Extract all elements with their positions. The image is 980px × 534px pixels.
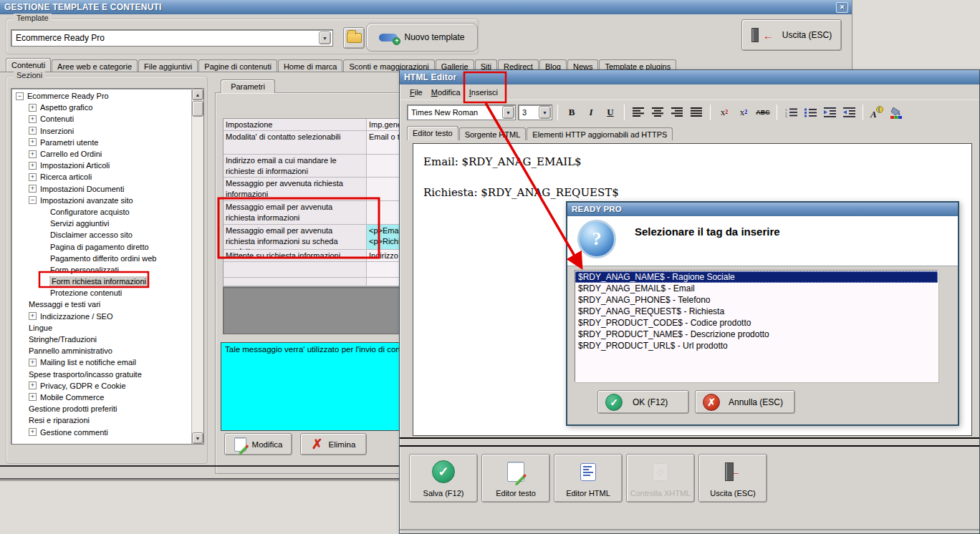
scrollbar-thumb[interactable] bbox=[192, 101, 203, 117]
scroll-down-icon[interactable]: ▼ bbox=[192, 432, 203, 444]
new-template-button[interactable]: + Nuovo template bbox=[366, 23, 478, 52]
menu-file[interactable]: File bbox=[405, 87, 427, 98]
tag-list-item[interactable]: $RDY_PRODUCT_URL$ - Url prodotto bbox=[575, 340, 938, 351]
tree-item[interactable]: +Impostazioni Articoli bbox=[11, 160, 191, 171]
elimina-button[interactable]: ✗ Elimina bbox=[300, 433, 367, 455]
editor-titlebar[interactable]: HTML Editor bbox=[400, 70, 979, 84]
tree-item[interactable]: Messaggi e testi vari bbox=[11, 298, 191, 310]
sections-tree[interactable]: −Ecommerce Ready Pro+Aspetto grafico+Con… bbox=[11, 88, 204, 445]
main-tab[interactable]: Aree web e categorie bbox=[52, 59, 138, 72]
font-family-combobox[interactable]: Times New Roman ▼ bbox=[407, 105, 516, 120]
tree-item[interactable]: +Contenuti bbox=[11, 113, 191, 125]
tab-elementi-http[interactable]: Elementi HTTP aggiornabili ad HTTPS bbox=[527, 127, 673, 140]
tree-item[interactable]: +Mobile Commerce bbox=[11, 392, 191, 403]
main-tab[interactable]: Contenuti bbox=[6, 58, 51, 72]
collapse-icon[interactable]: − bbox=[29, 196, 37, 204]
fill-color-icon[interactable] bbox=[888, 105, 905, 120]
superscript-icon[interactable]: x2 bbox=[716, 105, 733, 120]
tag-list-item[interactable]: $RDY_ANAG_EMAIL$ - Email bbox=[575, 283, 938, 294]
expand-icon[interactable]: + bbox=[29, 115, 37, 123]
tree-item[interactable]: Pagina di pagamento diretto bbox=[11, 241, 191, 252]
tag-list-item[interactable]: $RDY_ANAG_NAME$ - Ragione Sociale bbox=[575, 271, 938, 283]
chevron-down-icon[interactable]: ▼ bbox=[319, 31, 331, 44]
expand-icon[interactable]: + bbox=[29, 393, 37, 401]
editor-html-button[interactable]: Editor HTML bbox=[554, 454, 623, 503]
tree-item[interactable]: Stringhe/Traduzioni bbox=[11, 334, 191, 345]
tree-item[interactable]: Spese trasporto/incasso gratuite bbox=[11, 369, 191, 380]
align-right-icon[interactable] bbox=[668, 105, 686, 120]
tag-list-item[interactable]: $RDY_ANAG_PHONE$ - Telefono bbox=[575, 294, 938, 306]
tree-item[interactable]: Configuratore acquisto bbox=[11, 206, 191, 218]
expand-icon[interactable]: + bbox=[29, 185, 37, 193]
chevron-down-icon[interactable]: ▼ bbox=[539, 106, 551, 119]
main-tab[interactable]: Home di marca bbox=[278, 59, 343, 72]
align-justify-icon[interactable] bbox=[688, 105, 705, 120]
expand-icon[interactable]: + bbox=[29, 162, 37, 170]
main-tab[interactable]: File aggiuntivi bbox=[138, 59, 198, 72]
open-folder-button[interactable] bbox=[343, 27, 365, 49]
tree-item[interactable]: −Impostazioni avanzate sito bbox=[11, 195, 191, 206]
tree-scrollbar[interactable]: ▲ ▼ bbox=[191, 89, 203, 444]
expand-icon[interactable]: + bbox=[29, 127, 37, 135]
close-icon[interactable]: ✕ bbox=[836, 2, 848, 13]
template-combobox[interactable]: Ecommerce Ready Pro ▼ bbox=[11, 29, 333, 47]
annulla-button[interactable]: ✗ Annulla (ESC) bbox=[695, 390, 795, 414]
editor-exit-button[interactable]: ← Uscita (ESC) bbox=[698, 454, 767, 503]
tab-parametri[interactable]: Parametri bbox=[221, 79, 275, 93]
chevron-down-icon[interactable]: ▼ bbox=[502, 106, 514, 119]
tree-item[interactable]: +Ricerca articoli bbox=[11, 171, 191, 183]
expand-icon[interactable]: + bbox=[29, 312, 37, 320]
ok-button[interactable]: ✓ OK (F12) bbox=[597, 390, 689, 414]
tree-item[interactable]: +Impostazioni Documenti bbox=[11, 183, 191, 195]
tree-item[interactable]: Disclaimer accesso sito bbox=[11, 229, 191, 241]
menu-modifica[interactable]: Modifica bbox=[427, 87, 465, 98]
expand-icon[interactable]: + bbox=[29, 173, 37, 181]
tree-item[interactable]: +Aspetto grafico bbox=[11, 102, 191, 113]
tree-item[interactable]: Form richiesta informazioni bbox=[11, 276, 191, 287]
modifica-button[interactable]: Modifica bbox=[224, 433, 292, 455]
menu-inserisci[interactable]: Inserisci bbox=[465, 87, 502, 98]
tree-item[interactable]: Servizi aggiuntivi bbox=[11, 218, 191, 229]
tag-list-item[interactable]: $RDY_PRODUCT_CODE$ - Codice prodotto bbox=[575, 317, 938, 329]
tree-item[interactable]: Gestione prodotti preferiti bbox=[11, 403, 191, 414]
collapse-icon[interactable]: − bbox=[16, 92, 24, 100]
font-color-icon[interactable]: A bbox=[868, 105, 885, 120]
tree-item[interactable]: +Parametri utente bbox=[11, 137, 191, 148]
tree-item[interactable]: +Mailing list e notifiche email bbox=[11, 356, 191, 368]
outdent-icon[interactable] bbox=[840, 105, 858, 120]
expand-icon[interactable]: + bbox=[29, 104, 37, 112]
tag-listbox[interactable]: $RDY_ANAG_NAME$ - Ragione Sociale$RDY_AN… bbox=[575, 270, 938, 382]
bold-icon[interactable]: B bbox=[563, 105, 580, 120]
dialog-titlebar[interactable]: READY PRO bbox=[567, 203, 958, 216]
tree-item[interactable]: +Indicizzazione / SEO bbox=[11, 311, 191, 322]
scroll-up-icon[interactable]: ▲ bbox=[192, 89, 203, 100]
tree-item[interactable]: Resi e riparazioni bbox=[11, 414, 191, 426]
bullet-list-icon[interactable] bbox=[802, 105, 819, 120]
tag-list-item[interactable]: $RDY_PRODUCT_NAME$ - Descrizione prodott… bbox=[575, 329, 938, 340]
tree-item[interactable]: Lingue bbox=[11, 322, 191, 334]
expand-icon[interactable]: + bbox=[29, 428, 37, 436]
tree-item[interactable]: +Inserzioni bbox=[11, 125, 191, 137]
main-tab[interactable]: Pagine di contenuti bbox=[198, 59, 277, 72]
tree-item[interactable]: −Ecommerce Ready Pro bbox=[11, 90, 191, 102]
indent-icon[interactable] bbox=[821, 105, 838, 120]
main-titlebar[interactable]: GESTIONE TEMPLATE E CONTENUTI ✕ bbox=[0, 0, 852, 14]
tab-sorgente-html[interactable]: Sorgente HTML bbox=[459, 127, 527, 140]
expand-icon[interactable]: + bbox=[29, 382, 37, 389]
strikethrough-icon[interactable]: ABC bbox=[754, 105, 772, 120]
italic-icon[interactable]: I bbox=[582, 105, 600, 120]
subscript-icon[interactable]: x2 bbox=[735, 105, 752, 120]
tree-item[interactable]: Pannello amministrativo bbox=[11, 345, 191, 356]
tree-item[interactable]: Pagamento differito ordini web bbox=[11, 253, 191, 264]
expand-icon[interactable]: + bbox=[29, 150, 37, 158]
editor-testo-button[interactable]: Editor testo bbox=[481, 454, 550, 503]
tree-item[interactable]: Protezione contenuti bbox=[11, 287, 191, 298]
align-center-icon[interactable] bbox=[649, 105, 666, 120]
tree-item[interactable]: Form personalizzati bbox=[11, 264, 191, 276]
tag-list-item[interactable]: $RDY_ANAG_REQUEST$ - Richiesta bbox=[575, 306, 938, 317]
font-size-combobox[interactable]: 3 ▼ bbox=[518, 105, 552, 120]
ordered-list-icon[interactable]: 123 bbox=[782, 105, 799, 120]
tree-item[interactable]: +Gestione commenti bbox=[11, 426, 191, 437]
tree-item[interactable]: +Privacy, GDPR e Cookie bbox=[11, 380, 191, 392]
underline-icon[interactable]: U bbox=[602, 105, 619, 120]
